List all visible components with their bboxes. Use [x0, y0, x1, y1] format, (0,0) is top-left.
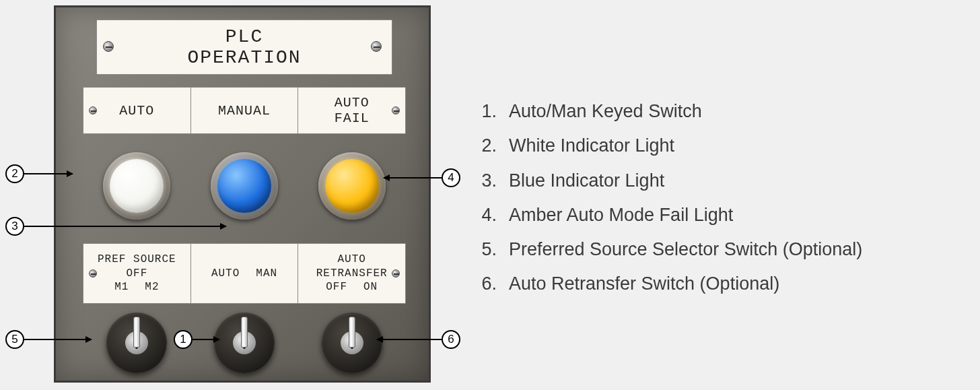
- white-indicator-light: [103, 152, 170, 220]
- screw-icon: [392, 106, 400, 115]
- key-icon: [133, 317, 140, 348]
- callout-5: 5: [5, 330, 24, 349]
- key-icon: [349, 317, 355, 348]
- label-manual: MANUAL: [191, 88, 299, 133]
- legend-text: Amber Auto Mode Fail Light: [509, 198, 733, 232]
- callout-1: 1: [174, 330, 193, 349]
- arrow-6: [377, 339, 442, 340]
- legend-item: 2.White Indicator Light: [478, 129, 980, 163]
- auto-retransfer-key-switch[interactable]: [322, 313, 382, 373]
- legend-item: 4.Amber Auto Mode Fail Light: [478, 198, 980, 232]
- legend-num: 1.: [478, 94, 497, 129]
- legend-num: 3.: [478, 164, 497, 198]
- legend-num: 5.: [478, 232, 497, 267]
- arrow-1: [193, 339, 219, 340]
- legend-item: 1.Auto/Man Keyed Switch: [478, 94, 980, 129]
- title-plate: PLC OPERATION: [96, 20, 392, 75]
- label-retransfer-line1: AUTO: [337, 253, 365, 267]
- legend-text: White Indicator Light: [509, 129, 674, 163]
- light-lens: [325, 159, 379, 213]
- legend-item: 3.Blue Indicator Light: [478, 164, 980, 198]
- label-m1: M1: [114, 280, 129, 294]
- label-retransfer-line2: RETRANSFER: [316, 267, 388, 281]
- control-panel: PLC OPERATION AUTO MANUAL AUTO FAIL: [54, 5, 431, 383]
- legend-num: 2.: [478, 129, 497, 163]
- arrow-2: [24, 173, 73, 174]
- callout-3-num: 3: [11, 220, 18, 233]
- callout-6-num: 6: [448, 333, 454, 346]
- callout-5-num: 5: [11, 333, 18, 346]
- screw-icon: [371, 41, 382, 52]
- label-autofail-line1: AUTO: [335, 95, 370, 110]
- legend-num: 4.: [478, 198, 497, 232]
- callout-4: 4: [442, 168, 460, 187]
- label-auto: AUTO: [83, 88, 191, 133]
- label-auto-text: AUTO: [119, 103, 154, 119]
- screw-icon: [392, 269, 400, 278]
- label-pref-source-positions: M1 M2: [114, 280, 159, 294]
- label-autofail: AUTO FAIL: [298, 88, 405, 133]
- arrow-3: [24, 226, 226, 227]
- label-auto-pos: AUTO: [211, 267, 240, 281]
- label-auto-man-positions: AUTO MAN: [211, 267, 277, 281]
- key-switch-row: [83, 309, 406, 377]
- light-lens: [110, 159, 164, 213]
- indicator-lights-row: [83, 149, 406, 223]
- callout-2-num: 2: [11, 167, 18, 181]
- mode-label-row: AUTO MANUAL AUTO FAIL: [83, 87, 406, 134]
- screw-icon: [103, 41, 114, 52]
- label-retransfer-positions: OFF ON: [326, 280, 378, 294]
- legend-item: 5.Preferred Source Selector Switch (Opti…: [478, 232, 980, 267]
- panel-region: 2 3 5 4 6 1 PLC OPERATION AUTO: [0, 0, 471, 390]
- label-pref-source: PREF SOURCE OFF M1 M2: [83, 244, 191, 303]
- legend-text: Auto Retransfer Switch (Optional): [509, 267, 779, 301]
- label-off: OFF: [326, 280, 347, 294]
- callout-2: 2: [5, 164, 24, 183]
- legend-text: Blue Indicator Light: [509, 164, 664, 198]
- legend-item: 6.Auto Retransfer Switch (Optional): [478, 267, 980, 301]
- legend-num: 6.: [478, 267, 497, 301]
- screw-icon: [89, 106, 97, 115]
- arrow-5: [24, 339, 92, 340]
- legend-text: Preferred Source Selector Switch (Option…: [509, 232, 862, 267]
- blue-indicator-light: [211, 152, 278, 220]
- arrow-4: [384, 177, 442, 178]
- label-auto-man: AUTO MAN: [191, 244, 299, 303]
- title-line1: PLC: [225, 26, 263, 47]
- label-m2: M2: [145, 280, 159, 294]
- callout-3: 3: [5, 217, 24, 236]
- legend: 1.Auto/Man Keyed Switch 2.White Indicato…: [471, 0, 980, 390]
- key-icon: [241, 317, 248, 348]
- amber-indicator-light: [318, 152, 386, 220]
- label-pref-source-off: OFF: [126, 267, 147, 281]
- title-line2: OPERATION: [187, 47, 301, 68]
- label-pref-source-title: PREF SOURCE: [98, 253, 176, 267]
- label-retransfer: AUTO RETRANSFER OFF ON: [298, 244, 405, 303]
- label-man-pos: MAN: [256, 267, 277, 281]
- label-on: ON: [363, 280, 378, 294]
- light-lens: [217, 159, 271, 213]
- label-manual-text: MANUAL: [218, 103, 271, 119]
- auto-man-key-switch[interactable]: [214, 313, 275, 373]
- legend-list: 1.Auto/Man Keyed Switch 2.White Indicato…: [478, 94, 980, 302]
- legend-text: Auto/Man Keyed Switch: [509, 94, 702, 129]
- callout-4-num: 4: [448, 171, 454, 185]
- figure-container: 2 3 5 4 6 1 PLC OPERATION AUTO: [0, 0, 980, 390]
- pref-source-key-switch[interactable]: [106, 313, 167, 373]
- callout-6: 6: [442, 330, 460, 349]
- switch-label-row: PREF SOURCE OFF M1 M2 AUTO MAN AUTO: [83, 243, 406, 304]
- label-autofail-line2: FAIL: [335, 110, 370, 126]
- screw-icon: [89, 269, 97, 278]
- callout-1-num: 1: [180, 333, 186, 346]
